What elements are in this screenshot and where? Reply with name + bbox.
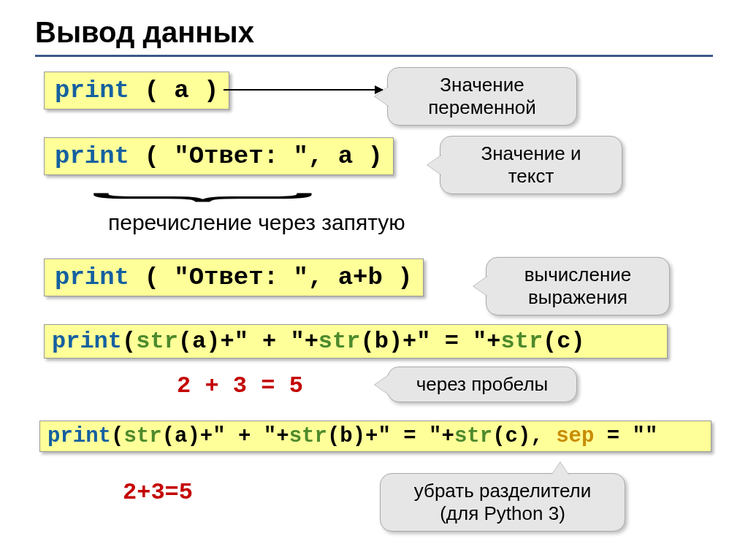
keyword-print: print — [55, 77, 129, 104]
callout-tail — [375, 375, 389, 395]
code-rest: ( "Ответ: ", a ) — [129, 142, 383, 170]
arrow-to-callout-1 — [224, 89, 383, 91]
callout-remove-sep: убрать разделители (для Python 3) — [380, 473, 625, 532]
callout-tail — [473, 276, 488, 296]
callout-variable-value: Значение переменной — [387, 67, 577, 126]
callout-text: убрать разделители (для Python 3) — [414, 480, 592, 524]
keyword-print: print — [47, 424, 111, 448]
output-example-2: 2+3=5 — [123, 479, 193, 506]
title-underline — [35, 55, 713, 57]
callout-text: Значение и текст — [481, 142, 581, 187]
page-title: Вывод данных — [35, 16, 254, 49]
callout-tail — [427, 155, 442, 175]
codebox-print-a: print ( a ) — [44, 72, 229, 110]
label-enumeration: перечисление через запятую — [108, 210, 405, 235]
callout-expression: вычисление выражения — [486, 257, 670, 315]
callout-value-and-text: Значение и текст — [440, 136, 622, 194]
codebox-print-answer-a: print ( "Ответ: ", a ) — [44, 137, 394, 175]
output-example-1: 2 + 3 = 5 — [177, 372, 303, 399]
callout-text: через пробелы — [416, 373, 549, 395]
callout-text: Значение переменной — [428, 74, 536, 118]
brace-icon: } — [90, 193, 353, 202]
codebox-print-str-concat: print(str(a)+" + "+str(b)+" = "+str(c) — [44, 324, 668, 358]
callout-tail — [552, 462, 569, 475]
code-rest: ( "Ответ: ", a+b ) — [129, 264, 413, 291]
codebox-print-answer-aplusb: print ( "Ответ: ", a+b ) — [44, 258, 424, 296]
keyword-print: print — [52, 328, 122, 355]
callout-spaces: через пробелы — [387, 367, 577, 402]
code-rest: ( a ) — [129, 77, 218, 104]
keyword-print: print — [55, 264, 129, 291]
codebox-print-str-sep: print(str(a)+" + "+str(b)+" = "+str(c), … — [39, 421, 711, 452]
keyword-print: print — [55, 142, 129, 170]
callout-text: вычисление выражения — [524, 264, 632, 308]
callout-tail — [375, 86, 389, 107]
